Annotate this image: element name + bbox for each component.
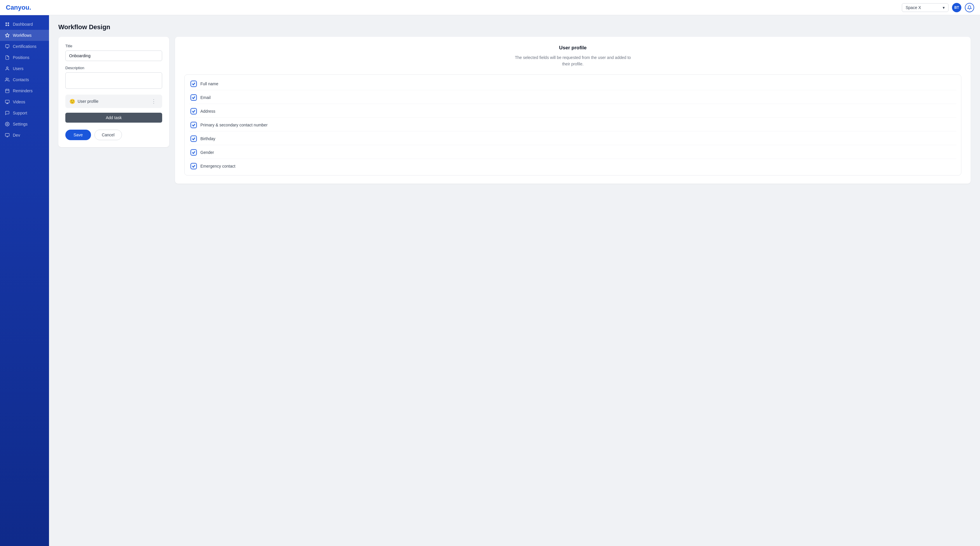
- svg-rect-0: [6, 22, 7, 24]
- field-label-birthday: Birthday: [200, 136, 215, 141]
- header: Canyou. Space X ▾ BT: [0, 0, 980, 15]
- sidebar-item-dev[interactable]: Dev: [0, 129, 49, 141]
- svg-rect-10: [6, 89, 9, 93]
- svg-rect-14: [5, 100, 9, 103]
- chevron-down-icon: ▾: [943, 5, 945, 10]
- sidebar-item-reminders[interactable]: Reminders: [0, 85, 49, 96]
- reminders-icon: [5, 88, 10, 93]
- svg-point-16: [7, 123, 8, 125]
- workflows-icon: [5, 33, 10, 38]
- sidebar-label-users: Users: [13, 66, 24, 71]
- users-icon: [5, 66, 10, 71]
- right-card: User profile The selected fields will be…: [175, 37, 970, 184]
- sidebar-item-positions[interactable]: Positions: [0, 52, 49, 63]
- title-input[interactable]: [65, 51, 162, 61]
- logo[interactable]: Canyou.: [6, 4, 31, 11]
- sidebar-label-reminders: Reminders: [13, 88, 33, 93]
- task-row: 🙂 User profile ⋮: [65, 94, 162, 108]
- task-more-button[interactable]: ⋮: [150, 97, 158, 105]
- main-layout: Dashboard Workflows Certifications: [0, 15, 980, 546]
- sidebar-item-contacts[interactable]: Contacts: [0, 74, 49, 85]
- field-label-full-name: Full name: [200, 81, 218, 86]
- checkbox-contact-number[interactable]: [191, 122, 197, 128]
- description-input[interactable]: [65, 72, 162, 89]
- videos-icon: [5, 99, 10, 105]
- certifications-icon: [5, 44, 10, 49]
- page-title: Workflow Design: [58, 23, 970, 31]
- svg-rect-2: [6, 24, 7, 26]
- checklist-item-gender: Gender: [189, 146, 956, 159]
- field-label-contact-number: Primary & secondary contact number: [200, 123, 267, 127]
- checkbox-gender[interactable]: [191, 149, 197, 156]
- sidebar-label-dev: Dev: [13, 133, 20, 137]
- checkbox-birthday[interactable]: [191, 136, 197, 142]
- svg-point-9: [6, 78, 7, 80]
- svg-marker-4: [5, 33, 9, 37]
- checkbox-emergency-contact[interactable]: [191, 163, 197, 169]
- checklist-item-contact-number: Primary & secondary contact number: [189, 119, 956, 131]
- dev-icon: [5, 133, 10, 138]
- sidebar-label-contacts: Contacts: [13, 77, 29, 82]
- header-right: Space X ▾ BT: [902, 3, 974, 12]
- add-task-button[interactable]: Add task: [65, 113, 162, 123]
- field-label-address: Address: [200, 109, 215, 113]
- sidebar-label-positions: Positions: [13, 55, 29, 60]
- avatar[interactable]: BT: [952, 3, 961, 12]
- sidebar-item-settings[interactable]: Settings: [0, 118, 49, 129]
- sidebar-item-workflows[interactable]: Workflows: [0, 30, 49, 41]
- checkbox-full-name[interactable]: [191, 81, 197, 87]
- field-label-gender: Gender: [200, 150, 214, 155]
- checklist-item-full-name: Full name: [189, 78, 956, 90]
- content-area: Workflow Design Title Description 🙂 User…: [49, 15, 980, 546]
- space-selector[interactable]: Space X ▾: [902, 3, 948, 12]
- task-emoji: 🙂: [69, 99, 75, 104]
- cancel-button[interactable]: Cancel: [94, 129, 122, 140]
- sidebar-item-support[interactable]: Support: [0, 107, 49, 118]
- checkbox-address[interactable]: [191, 108, 197, 115]
- right-panel-description: The selected fields will be requested fr…: [185, 54, 961, 67]
- sidebar-label-certifications: Certifications: [13, 44, 37, 49]
- space-selector-value: Space X: [905, 5, 921, 10]
- svg-rect-1: [8, 22, 9, 24]
- sidebar-item-dashboard[interactable]: Dashboard: [0, 19, 49, 30]
- sidebar: Dashboard Workflows Certifications: [0, 15, 49, 546]
- support-icon: [5, 110, 10, 116]
- task-row-left: 🙂 User profile: [69, 99, 99, 104]
- sidebar-item-users[interactable]: Users: [0, 63, 49, 74]
- dashboard-icon: [5, 22, 10, 27]
- checklist-item-email: Email: [189, 91, 956, 104]
- svg-rect-5: [6, 45, 9, 47]
- sidebar-label-settings: Settings: [13, 122, 28, 126]
- svg-rect-17: [5, 133, 9, 136]
- field-label-emergency-contact: Emergency contact: [200, 164, 235, 168]
- field-label-email: Email: [200, 95, 211, 100]
- svg-rect-3: [8, 24, 9, 26]
- checklist-item-emergency-contact: Emergency contact: [189, 160, 956, 172]
- left-card: Title Description 🙂 User profile ⋮ Add t…: [58, 37, 169, 147]
- sidebar-label-workflows: Workflows: [13, 33, 32, 38]
- settings-icon: [5, 121, 10, 127]
- save-button[interactable]: Save: [65, 129, 91, 140]
- sidebar-item-videos[interactable]: Videos: [0, 96, 49, 107]
- title-label: Title: [65, 44, 162, 48]
- contacts-icon: [5, 77, 10, 82]
- checklist-item-address: Address: [189, 105, 956, 118]
- checklist-item-birthday: Birthday: [189, 133, 956, 145]
- checkbox-email[interactable]: [191, 94, 197, 101]
- sidebar-label-dashboard: Dashboard: [13, 22, 33, 27]
- positions-icon: [5, 55, 10, 60]
- task-label: User profile: [78, 99, 99, 104]
- two-col-layout: Title Description 🙂 User profile ⋮ Add t…: [58, 37, 970, 184]
- svg-point-8: [6, 67, 8, 68]
- fields-checklist: Full name Email: [185, 75, 961, 176]
- description-label: Description: [65, 66, 162, 70]
- bell-icon[interactable]: [965, 3, 974, 12]
- sidebar-label-videos: Videos: [13, 99, 25, 104]
- right-panel-title: User profile: [185, 45, 961, 51]
- action-row: Save Cancel: [65, 129, 162, 140]
- sidebar-item-certifications[interactable]: Certifications: [0, 41, 49, 52]
- sidebar-label-support: Support: [13, 111, 27, 115]
